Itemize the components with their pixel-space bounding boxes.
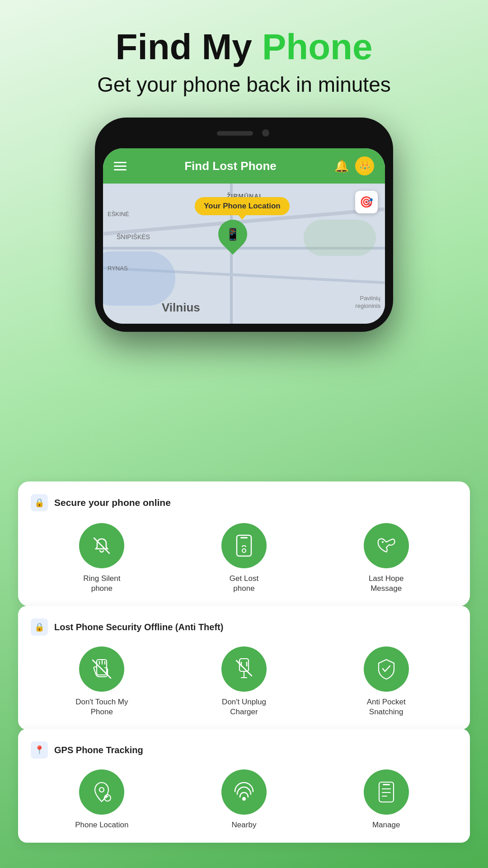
- dont-unplug-circle: [221, 646, 267, 692]
- title-green: Phone: [262, 27, 372, 67]
- phone-location-label: Phone Location: [75, 820, 128, 830]
- ring-silent-circle: [79, 523, 124, 568]
- offline-card-header: 🔒 Lost Phone Security Offline (Anti Thef…: [31, 618, 457, 636]
- svg-point-6: [99, 788, 104, 792]
- manage-label: Manage: [372, 820, 400, 830]
- gps-features: Phone Location Nearby: [31, 769, 457, 830]
- secure-features: Ring Silentphone Get Lostphone: [31, 523, 457, 594]
- ring-silent-icon: [90, 534, 113, 557]
- last-hope-circle: [364, 523, 409, 568]
- manage-circle: [364, 769, 409, 815]
- feature-last-hope[interactable]: Last HopeMessage: [322, 523, 450, 594]
- nearby-circle: [221, 769, 267, 815]
- secure-card-title: Secure your phone online: [54, 497, 171, 508]
- phone-notch-area: [103, 126, 385, 148]
- gps-card: 📍 GPS Phone Tracking Phone Location: [18, 729, 470, 843]
- bell-icon[interactable]: 🔔: [334, 159, 349, 173]
- secure-card-icon: 🔒: [31, 494, 48, 511]
- phone-mockup: Find Lost Phone 🔔 👑 ŽIRMŪNAI ŠNIPIŠKĖS R…: [95, 118, 393, 332]
- shield-icon: [376, 658, 397, 680]
- dont-unplug-label: Don't UnplugCharger: [222, 697, 266, 717]
- dont-touch-circle: [79, 646, 124, 692]
- nearby-label: Nearby: [232, 820, 257, 830]
- phone-location-circle: [79, 769, 124, 815]
- feature-phone-location[interactable]: Phone Location: [38, 769, 166, 830]
- offline-card-title: Lost Phone Security Offline (Anti Theft): [54, 622, 223, 632]
- map-label-snipiskies: ŠNIPIŠKĖS: [117, 233, 150, 241]
- anti-snatch-circle: [364, 646, 409, 692]
- get-lost-icon: [234, 534, 254, 557]
- feature-dont-touch[interactable]: Don't Touch MyPhone: [38, 646, 166, 717]
- speaker: [217, 131, 253, 136]
- location-icon: [90, 781, 113, 803]
- map-label-esikine: EŠKINĖ: [108, 211, 129, 217]
- crown-avatar[interactable]: 👑: [355, 156, 374, 175]
- manage-icon: [377, 781, 396, 803]
- offline-card-icon: 🔒: [31, 618, 48, 636]
- feature-dont-unplug[interactable]: Don't UnplugCharger: [180, 646, 308, 717]
- title-black: Find My: [116, 27, 252, 67]
- offline-features: Don't Touch MyPhone Don't UnplugCharger: [31, 646, 457, 717]
- secure-card-header: 🔒 Secure your phone online: [31, 494, 457, 511]
- header-subtitle: Get your phone back in minutes: [36, 71, 452, 99]
- get-lost-circle: [221, 523, 267, 568]
- svg-point-2: [242, 549, 246, 552]
- gps-button[interactable]: 🎯: [355, 191, 378, 213]
- dont-touch-label: Don't Touch MyPhone: [75, 697, 128, 717]
- svg-point-8: [242, 797, 246, 801]
- feature-get-lost[interactable]: Get Lostphone: [180, 523, 308, 594]
- menu-icon[interactable]: [114, 162, 127, 170]
- location-popup: Your Phone Location: [195, 197, 290, 215]
- anti-snatch-label: Anti PocketSnatching: [367, 697, 406, 717]
- feature-nearby[interactable]: Nearby: [180, 769, 308, 830]
- feature-anti-snatch[interactable]: Anti PocketSnatching: [322, 646, 450, 717]
- svg-rect-1: [240, 537, 248, 538]
- feature-manage[interactable]: Manage: [322, 769, 450, 830]
- gps-card-title: GPS Phone Tracking: [54, 745, 143, 755]
- main-title: Find My Phone: [36, 27, 452, 67]
- gps-card-icon: 📍: [31, 741, 48, 759]
- dont-touch-icon: [90, 658, 113, 680]
- app-bar-right: 🔔 👑: [334, 156, 374, 175]
- header-section: Find My Phone Get your phone back in min…: [0, 0, 488, 108]
- dove-icon: [375, 535, 398, 557]
- map-label-rynas: RYNAS: [108, 265, 128, 272]
- map-label-pavilniu: Pavilniųregioninis: [355, 295, 380, 310]
- feature-ring-silent[interactable]: Ring Silentphone: [38, 523, 166, 594]
- camera: [262, 129, 269, 137]
- map-area: ŽIRMŪNAI ŠNIPIŠKĖS RYNAS EŠKINĖ Vilnius …: [103, 184, 385, 324]
- svg-rect-10: [383, 784, 390, 785]
- pin-phone-icon: 📱: [225, 227, 240, 241]
- nearby-icon: [233, 781, 255, 803]
- svg-point-3: [382, 541, 384, 543]
- charger-icon: [234, 658, 254, 680]
- app-bar: Find Lost Phone 🔔 👑: [103, 148, 385, 184]
- phone-screen: Find Lost Phone 🔔 👑 ŽIRMŪNAI ŠNIPIŠKĖS R…: [103, 148, 385, 324]
- ring-silent-label: Ring Silentphone: [83, 574, 120, 594]
- get-lost-label: Get Lostphone: [230, 574, 258, 594]
- location-pin: 📱: [218, 220, 247, 249]
- secure-card: 🔒 Secure your phone online Ring Silentph…: [18, 481, 470, 606]
- gps-card-header: 📍 GPS Phone Tracking: [31, 741, 457, 759]
- app-bar-title: Find Lost Phone: [184, 159, 277, 173]
- map-label-vilnius: Vilnius: [162, 301, 200, 315]
- offline-card: 🔒 Lost Phone Security Offline (Anti Thef…: [18, 606, 470, 730]
- last-hope-label: Last HopeMessage: [369, 574, 404, 594]
